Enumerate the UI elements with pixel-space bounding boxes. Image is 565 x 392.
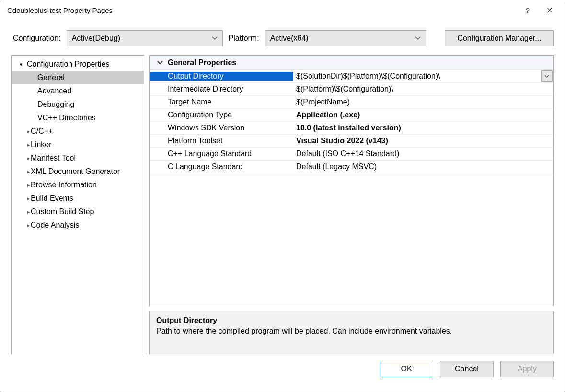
property-name: C Language Standard [150,162,293,171]
tree-item[interactable]: ▸Manifest Tool [12,151,144,165]
right-pane: General Properties Output Directory$(Sol… [149,55,554,354]
caret-right-icon: ▸ [17,182,29,188]
caret-right-icon: ▸ [17,155,29,161]
property-value[interactable]: $(Platform)\$(Configuration)\ [293,85,553,93]
tree-item-label: Advanced [37,87,71,95]
property-name: Windows SDK Version [150,124,293,132]
platform-dropdown[interactable]: Active(x64) [265,30,426,46]
tree-item[interactable]: ▸Code Analysis [12,219,144,232]
property-name: Target Name [150,98,293,106]
tree-item[interactable]: General [12,71,144,84]
value-dropdown-button[interactable] [541,70,553,82]
property-row[interactable]: Intermediate Directory$(Platform)\$(Conf… [150,83,553,96]
help-icon: ? [526,6,530,14]
property-value[interactable]: 10.0 (latest installed version) [293,124,553,132]
description-panel: Output Directory Path to where the compi… [149,311,554,354]
tree-item-label: Manifest Tool [31,154,76,162]
chevron-down-icon [544,75,549,78]
property-value[interactable]: $(SolutionDir)$(Platform)\$(Configuratio… [293,72,541,81]
cancel-button[interactable]: Cancel [440,361,494,377]
property-row[interactable]: C++ Language StandardDefault (ISO C++14 … [150,148,553,161]
caret-down-icon: ▾ [17,61,25,68]
property-value[interactable]: Application (.exe) [293,111,553,119]
tree-item-label: Linker [31,140,52,149]
property-name: Output Directory [150,72,293,81]
chevron-down-icon [155,61,165,65]
tree-item-label: Debugging [37,100,74,109]
property-row[interactable]: Configuration TypeApplication (.exe) [150,109,553,122]
grid-section-header[interactable]: General Properties [150,56,553,70]
tree-item[interactable]: Debugging [12,98,144,111]
chevron-down-icon [212,36,218,40]
tree-item[interactable]: Advanced [12,84,144,98]
config-toolbar: Configuration: Active(Debug) Platform: A… [0,20,565,52]
configuration-manager-button[interactable]: Configuration Manager... [445,30,554,46]
configuration-manager-label: Configuration Manager... [457,34,541,43]
tree-item[interactable]: VC++ Directories [12,111,144,125]
property-row[interactable]: Output Directory$(SolutionDir)$(Platform… [150,70,553,83]
property-value[interactable]: Default (ISO C++14 Standard) [293,150,553,158]
tree-item-label: Browse Information [31,181,97,189]
property-value[interactable]: $(ProjectName) [293,98,553,106]
caret-right-icon: ▸ [17,169,29,175]
window-title: Cdoubleplus-test Property Pages [7,6,517,14]
tree-root[interactable]: ▾ Configuration Properties [12,58,144,71]
config-label: Configuration: [13,34,61,43]
caret-right-icon: ▸ [17,222,29,229]
close-button[interactable] [539,2,561,18]
property-value[interactable]: Default (Legacy MSVC) [293,162,553,171]
tree-root-label: Configuration Properties [27,60,110,69]
close-icon [547,7,553,13]
property-value[interactable]: Visual Studio 2022 (v143) [293,137,553,145]
tree-item[interactable]: ▸Linker [12,138,144,151]
property-row[interactable]: Target Name$(ProjectName) [150,96,553,109]
description-title: Output Directory [156,316,547,325]
grid-section-title: General Properties [168,58,236,67]
caret-right-icon: ▸ [17,196,29,202]
tree-item-label: Build Events [31,194,73,203]
description-text: Path to where the compiled program will … [156,327,547,335]
tree-item[interactable]: ▸Build Events [12,192,144,205]
property-row[interactable]: Platform ToolsetVisual Studio 2022 (v143… [150,135,553,148]
property-row[interactable]: C Language StandardDefault (Legacy MSVC) [150,161,553,173]
tree-item-label: C/C++ [31,127,53,136]
tree-item-label: VC++ Directories [37,114,96,122]
tree-item-label: General [37,73,65,82]
configuration-value: Active(Debug) [72,34,120,43]
tree-item-label: Custom Build Step [31,208,94,216]
property-grid: General Properties Output Directory$(Sol… [149,55,554,306]
property-tree[interactable]: ▾ Configuration Properties GeneralAdvanc… [11,55,144,354]
property-name: Configuration Type [150,111,293,119]
dialog-buttons: OK Cancel Apply [0,354,565,377]
tree-item[interactable]: ▸Custom Build Step [12,205,144,219]
ok-button[interactable]: OK [380,361,433,377]
property-name: C++ Language Standard [150,150,293,158]
configuration-dropdown[interactable]: Active(Debug) [67,30,223,46]
content-area: ▾ Configuration Properties GeneralAdvanc… [0,52,565,354]
caret-right-icon: ▸ [17,209,29,215]
tree-item[interactable]: ▸XML Document Generator [12,165,144,178]
caret-right-icon: ▸ [17,142,29,148]
chevron-down-icon [415,36,421,40]
tree-item-label: Code Analysis [31,221,79,230]
platform-value: Active(x64) [270,34,309,43]
titlebar: Cdoubleplus-test Property Pages ? [0,0,565,20]
help-button[interactable]: ? [517,2,539,18]
property-name: Platform Toolset [150,137,293,145]
property-row[interactable]: Windows SDK Version10.0 (latest installe… [150,122,553,135]
tree-item[interactable]: ▸Browse Information [12,178,144,192]
tree-item[interactable]: ▸C/C++ [12,125,144,138]
caret-right-icon: ▸ [17,128,29,135]
apply-button: Apply [500,361,554,377]
platform-label: Platform: [229,34,259,43]
tree-item-label: XML Document Generator [31,167,120,176]
property-name: Intermediate Directory [150,85,293,93]
